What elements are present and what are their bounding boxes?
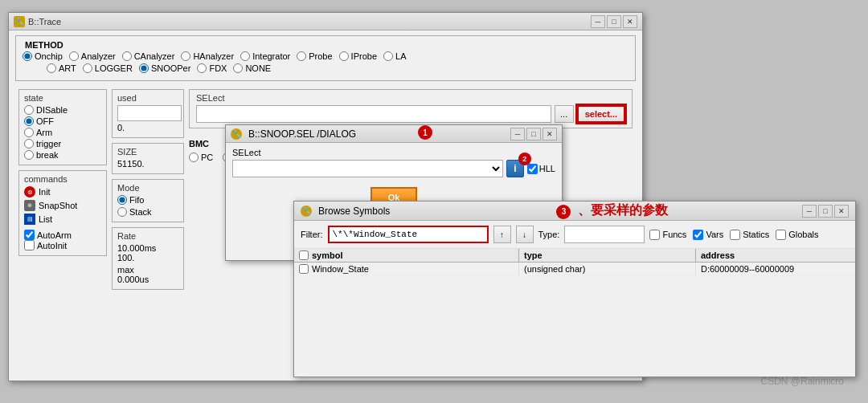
radio-onchip[interactable]: Onchip [23,51,63,61]
state-disable[interactable]: DISable [24,105,101,115]
maximize-button[interactable]: □ [607,15,621,28]
used-input[interactable] [117,105,182,121]
table-row[interactable]: Window_State (unsigned char) D:60000009-… [294,263,855,276]
checkbox-row: Funcs Vars Statics Globals [649,230,818,240]
th-symbol: symbol [294,249,519,262]
hll-checkbox[interactable]: HLL [527,164,555,174]
mode-label: Mode [117,183,178,193]
left-panel: state DISable OFF Arm t [18,89,107,295]
snoop-close-btn[interactable]: ✕ [542,128,557,140]
browse-title: Browse Symbols [318,206,390,217]
radio-hanalyzer-label: HAnalyzer [193,51,234,61]
cmd-snapshot-item[interactable]: ⊕ SnapShot [24,200,101,211]
autoarm-item[interactable]: AutoArm [24,230,101,240]
bmc-pc[interactable]: PC [189,153,213,162]
radio-analyzer-label: Analyzer [81,51,116,61]
browse-icon: 🔧 [301,206,312,217]
snoop-minimize-btn[interactable]: ─ [510,128,525,140]
select-input[interactable] [196,105,551,123]
browse-maximize-btn[interactable]: □ [818,205,833,218]
snoop-select-combo[interactable] [232,160,503,177]
browse-dialog: 🔧 Browse Symbols 3 、要采样的参数 ─ □ ✕ Filter:… [293,201,856,377]
browse-minimize-btn[interactable]: ─ [802,205,817,218]
state-group: state DISable OFF Arm t [18,89,107,165]
radio-probe[interactable]: Probe [297,51,332,61]
state-trigger[interactable]: trigger [24,139,101,149]
max-value: 0.000us [117,275,178,284]
radio-probe-label: Probe [309,51,332,61]
method-row2: ART LOGGER SNOOPer FDX NONE [47,63,628,73]
state-break-label: break [36,150,59,160]
state-arm[interactable]: Arm [24,128,101,137]
radio-integrator[interactable]: Integrator [240,51,290,61]
radio-iprobe[interactable]: IProbe [339,51,377,61]
radio-hanalyzer[interactable]: HAnalyzer [181,51,234,61]
used-label: used [117,93,178,103]
snapshot-icon: ⊕ [24,200,35,211]
vars-label: Vars [706,230,723,239]
radio-art[interactable]: ART [47,63,76,73]
globals-label: Globals [788,230,818,239]
radio-fdx[interactable]: FDX [197,63,227,73]
filter-label: Filter: [301,230,323,239]
state-off-label: OFF [36,116,54,126]
mode-fifo[interactable]: Fifo [117,195,178,205]
cmd-list-label: List [39,214,52,224]
cmd-snapshot-label: SnapShot [39,201,77,210]
statics-checkbox[interactable]: Statics [730,230,769,240]
td-symbol: Window_State [294,263,519,275]
snoop-content: SELect i 2 HLL [226,143,562,182]
commands-list: ⊗ Init ⊕ SnapShot ▤ List [24,186,101,225]
radio-onchip-label: Onchip [35,51,63,61]
autoinit-item[interactable]: AutoInit [24,240,101,250]
snoop-title-bar: 🔧 B::SNOOP.SEL /DIALOG ─ □ ✕ [226,125,562,143]
radio-snooper-label: SNOOPer [151,63,191,73]
snoop-select-row: i 2 HLL [232,160,555,177]
state-break[interactable]: break [24,150,101,160]
radio-analyzer[interactable]: Analyzer [69,51,116,61]
ellipsis-button[interactable]: ... [555,105,574,123]
radio-canalyzer-label: CAnalyzer [134,51,175,61]
type-input[interactable] [564,226,645,243]
annotation-3-text: 3 、要采样的参数 [556,202,667,219]
radio-logger[interactable]: LOGGER [83,63,133,73]
row-checkbox[interactable] [299,264,309,274]
state-label: state [24,93,101,103]
radio-la[interactable]: LA [383,51,406,61]
snoop-title-controls: ─ □ ✕ [510,128,557,140]
browse-title-bar: 🔧 Browse Symbols 3 、要采样的参数 ─ □ ✕ [294,202,855,221]
cmd-list-item[interactable]: ▤ List [24,214,101,225]
statics-label: Statics [743,230,769,239]
radio-logger-label: LOGGER [95,63,133,73]
snoop-info-button[interactable]: i 2 [506,160,524,177]
method-label: METHOD [23,40,66,50]
browse-close-btn[interactable]: ✕ [834,205,849,218]
state-arm-label: Arm [36,128,52,137]
vars-checkbox[interactable]: Vars [693,230,723,240]
radio-canalyzer[interactable]: CAnalyzer [122,51,175,61]
filter-input[interactable] [328,226,489,243]
close-button[interactable]: ✕ [623,15,637,28]
globals-checkbox[interactable]: Globals [776,230,818,240]
snoop-icon: 🔧 [231,128,242,140]
autoarm-group: AutoArm AutoInit [24,230,101,250]
init-icon: ⊗ [24,186,35,197]
radio-snooper[interactable]: SNOOPer [139,63,191,73]
filter-down-btn[interactable]: ↓ [516,226,534,243]
cmd-init-item[interactable]: ⊗ Init [24,186,101,197]
state-off[interactable]: OFF [24,116,101,126]
size-value: 51150. [117,159,178,169]
bmc-pc-label: PC [201,153,213,162]
funcs-checkbox[interactable]: Funcs [649,230,686,240]
snoop-maximize-btn[interactable]: □ [526,128,541,140]
table-header: symbol type address [294,249,855,263]
annotation-2: 2 [518,153,531,165]
select-button[interactable]: select... [577,105,625,123]
td-type: (unsigned char) [519,263,696,275]
watermark-sub: CSDN @Rainmicro [760,376,844,387]
radio-none[interactable]: NONE [233,63,271,73]
minimize-button[interactable]: ─ [591,15,605,28]
mode-stack[interactable]: Stack [117,207,178,217]
filter-up-btn[interactable]: ↑ [493,226,511,243]
header-checkbox[interactable] [299,250,309,260]
